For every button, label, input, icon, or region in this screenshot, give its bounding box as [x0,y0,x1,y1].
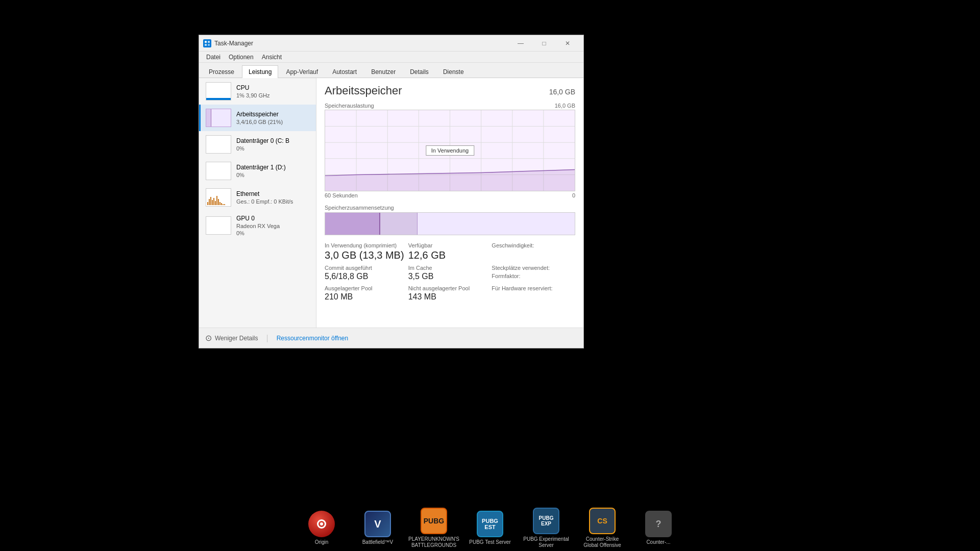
tab-details[interactable]: Details [403,65,435,78]
fewer-details-button[interactable]: ⊙ Weniger Details [205,333,258,343]
menu-optionen[interactable]: Optionen [225,52,258,62]
maximize-button[interactable]: □ [532,36,556,51]
stat-hardware-reserviert: Für Hardware reserviert: [492,285,575,302]
sidebar-item-disk0[interactable]: Datenträger 0 (C: B 0% [199,131,316,158]
window-controls: — □ ✕ [509,36,579,51]
tab-leistung[interactable]: Leistung [242,65,278,78]
graph-bottom-row: 60 Sekunden 0 [325,192,575,198]
composition-bar [325,212,575,235]
svg-rect-1 [208,41,210,43]
disk1-label: Datenträger 1 (D:) [236,164,286,171]
stat-im-cache: Im Cache 3,5 GB [408,265,492,281]
tab-app-verlauf[interactable]: App-Verlauf [279,65,325,78]
pubg-exp-label: PUBG Experimental Server [523,536,569,548]
taskbar-pubg-exp[interactable]: PUBGEXP PUBG Experimental Server [523,508,569,548]
comp-cache [380,213,418,235]
origin-icon [308,511,335,537]
resource-monitor-link[interactable]: Ressourcenmonitor öffnen [277,335,349,342]
graph-label-left: Speicherauslastung [325,103,374,109]
svg-rect-13 [221,203,222,205]
composition-label: Speicherzusammensetzung [325,205,575,211]
graph-badge: In Verwendung [426,145,474,156]
graph-time-right: 0 [572,192,575,198]
svg-rect-12 [219,202,220,205]
sidebar-item-gpu[interactable]: GPU 0 Radeon RX Vega 0% [199,211,316,240]
cpu-thumbnail [206,82,231,101]
svg-rect-0 [205,41,207,43]
svg-rect-15 [224,204,225,205]
sidebar-item-cpu[interactable]: CPU 1% 3,90 GHz [199,78,316,105]
stat-nicht-ausgelagerter: Nicht ausgelagerter Pool 143 MB [408,285,492,302]
csgo-icon: CS [589,508,616,534]
svg-rect-10 [216,196,217,205]
svg-rect-14 [223,204,224,205]
menu-datei[interactable]: Datei [202,52,225,62]
stats-grid: In Verwendung (komprimiert) 3,0 GB (13,3… [325,242,575,301]
ethernet-thumbnail [206,188,231,207]
graph-time-left: 60 Sekunden [325,192,358,198]
stat-commit: Commit ausgeführt 5,6/18,8 GB [325,265,408,281]
memory-graph: In Verwendung [325,110,575,191]
pubg-test-icon: PUBGEST [477,511,503,537]
title-bar: Task-Manager — □ ✕ [199,35,583,52]
origin-label: Origin [315,539,329,545]
cpu-usage: 1% 3,90 GHz [236,92,270,98]
svg-rect-6 [210,197,211,205]
gpu-percent: 0% [236,230,280,236]
disk0-label: Datenträger 0 (C: B [236,137,289,144]
gpu-thumbnail [206,216,231,235]
csgo-label: Counter-Strike Global Offensive [579,536,625,548]
sidebar-item-disk1[interactable]: Datenträger 1 (D:) 0% [199,158,316,184]
taskbar-origin[interactable]: Origin [299,511,345,545]
disk0-thumbnail [206,135,231,154]
tab-prozesse[interactable]: Prozesse [202,65,241,78]
taskbar-pubg[interactable]: PUBG PLAYERUNKNOWN'S BATTLEGROUNDS [411,508,457,548]
taskbar: Origin V Battlefield™V PUBG PLAYERUNKNOW… [0,505,980,551]
taskbar-battlefield[interactable]: V Battlefield™V [355,511,401,545]
disk1-usage: 0% [236,172,286,178]
sidebar-item-memory[interactable]: Arbeitsspeicher 3,4/16,0 GB (21%) [199,105,316,131]
taskbar-csgo[interactable]: CS Counter-Strike Global Offensive [579,508,625,548]
taskbar-counter-unknown[interactable]: ? Counter-... [635,511,681,545]
menu-ansicht[interactable]: Ansicht [258,52,286,62]
tab-benutzer[interactable]: Benutzer [364,65,402,78]
taskbar-pubg-test[interactable]: PUBGEST PUBG Test Server [467,511,513,545]
cpu-label: CPU [236,84,270,91]
memory-thumbnail [206,109,231,127]
content-area: CPU 1% 3,90 GHz Arbeitsspeicher 3,4/16,0… [199,78,583,328]
tab-autostart[interactable]: Autostart [326,65,363,78]
stat-in-verwendung: In Verwendung (komprimiert) 3,0 GB (13,3… [325,242,408,261]
counter-unknown-icon: ? [645,511,672,537]
graph-label-right: 16,0 GB [555,103,575,109]
pubg-icon: PUBG [421,508,447,534]
sidebar-item-ethernet[interactable]: Ethernet Ges.: 0 Empf.: 0 KBit/s [199,184,316,211]
fewer-details-icon: ⊙ [205,333,212,343]
main-panel: Arbeitsspeicher 16,0 GB Speicherauslastu… [316,78,583,328]
svg-rect-9 [215,201,216,205]
footer-divider: | [266,334,268,343]
tab-dienste[interactable]: Dienste [436,65,471,78]
counter-unknown-label: Counter-... [646,539,670,545]
memory-usage: 3,4/16,0 GB (21%) [236,119,283,125]
main-header: Arbeitsspeicher 16,0 GB [325,84,575,97]
fewer-details-label: Weniger Details [215,335,258,342]
disk1-thumbnail [206,162,231,180]
stat-verfuegbar: Verfügbar 12,6 GB [408,242,492,261]
composition-section: Speicherzusammensetzung [325,205,575,235]
svg-rect-3 [208,44,210,46]
svg-rect-11 [218,199,219,205]
graph-label-row: Speicherauslastung 16,0 GB [325,103,575,109]
memory-label: Arbeitsspeicher [236,111,283,118]
svg-rect-2 [205,44,207,46]
minimize-button[interactable]: — [509,36,532,51]
svg-rect-4 [207,202,208,205]
comp-used [325,213,380,235]
ethernet-usage: Ges.: 0 Empf.: 0 KBit/s [236,198,293,205]
main-total: 16,0 GB [549,88,575,96]
pubg-label: PLAYERUNKNOWN'S BATTLEGROUNDS [408,536,459,548]
close-button[interactable]: ✕ [556,36,579,51]
main-title: Arbeitsspeicher [325,84,402,97]
tabs-bar: Prozesse Leistung App-Verlauf Autostart … [199,63,583,78]
gpu-usage: Radeon RX Vega [236,223,280,229]
window-title: Task-Manager [214,40,509,47]
